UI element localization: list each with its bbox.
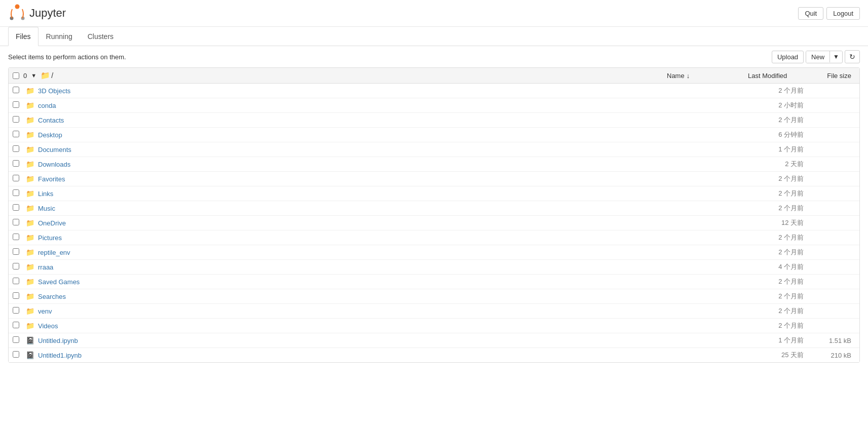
row-checkbox-wrapper[interactable] bbox=[13, 263, 23, 271]
row-checkbox[interactable] bbox=[13, 336, 19, 343]
row-checkbox[interactable] bbox=[13, 292, 19, 299]
folder-icon: 📁 bbox=[26, 145, 35, 153]
tab-files[interactable]: Files bbox=[8, 27, 39, 46]
row-checkbox-wrapper[interactable] bbox=[13, 292, 23, 300]
table-row: 📁 Links 2 个月前 bbox=[9, 186, 859, 201]
folder-icon: 📁 bbox=[26, 292, 35, 300]
table-row: 📁 venv 2 个月前 bbox=[9, 304, 859, 319]
file-name[interactable]: Contacts bbox=[38, 117, 744, 124]
file-name[interactable]: conda bbox=[38, 102, 744, 109]
notebook-icon: 📓 bbox=[26, 351, 35, 359]
file-modified: 1 个月前 bbox=[744, 145, 810, 154]
row-checkbox-wrapper[interactable] bbox=[13, 131, 23, 139]
row-checkbox-wrapper[interactable] bbox=[13, 189, 23, 198]
file-name[interactable]: venv bbox=[38, 307, 744, 315]
row-checkbox-wrapper[interactable] bbox=[13, 116, 23, 124]
row-checkbox[interactable] bbox=[13, 189, 19, 196]
row-checkbox[interactable] bbox=[13, 160, 19, 167]
upload-button[interactable]: Upload bbox=[772, 51, 804, 63]
file-name[interactable]: Searches bbox=[38, 293, 744, 300]
row-checkbox-wrapper[interactable] bbox=[13, 175, 23, 183]
file-name[interactable]: Downloads bbox=[38, 161, 744, 168]
row-checkbox-wrapper[interactable] bbox=[13, 307, 23, 315]
row-checkbox-wrapper[interactable] bbox=[13, 278, 23, 286]
tab-running[interactable]: Running bbox=[39, 27, 80, 46]
folder-icon: 📁 bbox=[26, 204, 35, 212]
row-checkbox[interactable] bbox=[13, 263, 19, 269]
refresh-button[interactable]: ↻ bbox=[845, 50, 860, 63]
row-checkbox[interactable] bbox=[13, 175, 19, 181]
file-modified: 2 个月前 bbox=[744, 233, 810, 242]
row-checkbox-wrapper[interactable] bbox=[13, 351, 23, 359]
file-name[interactable]: Untitled1.ipynb bbox=[38, 352, 744, 359]
row-checkbox[interactable] bbox=[13, 219, 19, 225]
new-button[interactable]: New bbox=[806, 51, 829, 63]
size-column-header[interactable]: File size bbox=[810, 72, 855, 80]
dropdown-arrow-icon[interactable]: ▼ bbox=[31, 72, 36, 79]
table-row: 📁 3D Objects 2 个月前 bbox=[9, 84, 859, 98]
toolbar-info: Select items to perform actions on them. bbox=[8, 53, 126, 61]
folder-icon: 📁 bbox=[26, 101, 35, 109]
file-modified: 2 个月前 bbox=[744, 115, 810, 125]
row-checkbox-wrapper[interactable] bbox=[13, 160, 23, 168]
row-checkbox[interactable] bbox=[13, 351, 19, 358]
modified-column-header[interactable]: Last Modified bbox=[744, 72, 810, 80]
file-name[interactable]: Saved Games bbox=[38, 278, 744, 286]
folder-icon: 📁 bbox=[26, 263, 35, 271]
check-count: 0 bbox=[23, 72, 27, 80]
row-checkbox[interactable] bbox=[13, 307, 19, 314]
name-column-header[interactable]: Name ↓ bbox=[663, 72, 744, 80]
file-modified: 2 个月前 bbox=[744, 248, 810, 257]
folder-icon: 📁 bbox=[26, 322, 35, 330]
row-checkbox[interactable] bbox=[13, 116, 19, 123]
row-checkbox-wrapper[interactable] bbox=[13, 204, 23, 212]
table-row: 📁 Contacts 2 个月前 bbox=[9, 113, 859, 128]
select-all-checkbox[interactable] bbox=[13, 72, 19, 79]
new-dropdown-caret[interactable]: ▼ bbox=[829, 51, 842, 62]
file-name[interactable]: reptile_env bbox=[38, 249, 744, 256]
row-checkbox[interactable] bbox=[13, 322, 19, 328]
file-name[interactable]: Documents bbox=[38, 146, 744, 153]
file-name[interactable]: Pictures bbox=[38, 234, 744, 242]
row-checkbox[interactable] bbox=[13, 278, 19, 284]
folder-icon: 📁 bbox=[26, 278, 35, 286]
quit-button[interactable]: Quit bbox=[798, 7, 823, 20]
folder-icon: 📁 bbox=[26, 87, 35, 95]
row-checkbox-wrapper[interactable] bbox=[13, 87, 23, 95]
file-modified: 2 个月前 bbox=[744, 86, 810, 95]
file-name[interactable]: Videos bbox=[38, 322, 744, 330]
row-checkbox[interactable] bbox=[13, 101, 19, 108]
file-name[interactable]: Links bbox=[38, 190, 744, 198]
file-name[interactable]: Music bbox=[38, 205, 744, 212]
table-row: 📁 Videos 2 个月前 bbox=[9, 319, 859, 333]
file-name[interactable]: Desktop bbox=[38, 131, 744, 139]
row-checkbox[interactable] bbox=[13, 87, 19, 93]
file-name[interactable]: 3D Objects bbox=[38, 87, 744, 95]
row-checkbox-wrapper[interactable] bbox=[13, 101, 23, 109]
row-checkbox-wrapper[interactable] bbox=[13, 234, 23, 242]
file-name[interactable]: OneDrive bbox=[38, 219, 744, 227]
tab-clusters[interactable]: Clusters bbox=[80, 27, 121, 46]
file-name[interactable]: rraaa bbox=[38, 263, 744, 271]
file-name[interactable]: Untitled.ipynb bbox=[38, 337, 744, 344]
row-checkbox-wrapper[interactable] bbox=[13, 219, 23, 227]
row-checkbox[interactable] bbox=[13, 234, 19, 240]
file-name[interactable]: Favorites bbox=[38, 175, 744, 183]
row-checkbox[interactable] bbox=[13, 204, 19, 211]
row-checkbox-wrapper[interactable] bbox=[13, 145, 23, 153]
file-modified: 2 小时前 bbox=[744, 101, 810, 110]
row-checkbox-wrapper[interactable] bbox=[13, 336, 23, 344]
breadcrumb-folder-icon: 📁 bbox=[41, 71, 50, 80]
notebook-icon: 📓 bbox=[26, 336, 35, 344]
row-checkbox[interactable] bbox=[13, 131, 19, 137]
toolbar-actions: Upload New ▼ ↻ bbox=[772, 50, 860, 63]
table-row: 📁 Favorites 2 个月前 bbox=[9, 172, 859, 186]
row-checkbox-wrapper[interactable] bbox=[13, 248, 23, 256]
row-checkbox[interactable] bbox=[13, 145, 19, 152]
row-checkbox[interactable] bbox=[13, 248, 19, 255]
row-checkbox-wrapper[interactable] bbox=[13, 322, 23, 330]
sort-icon: ↓ bbox=[687, 72, 690, 80]
breadcrumb: 📁 / bbox=[41, 71, 53, 80]
logout-button[interactable]: Logout bbox=[826, 7, 860, 20]
header-buttons: Quit Logout bbox=[798, 7, 860, 20]
